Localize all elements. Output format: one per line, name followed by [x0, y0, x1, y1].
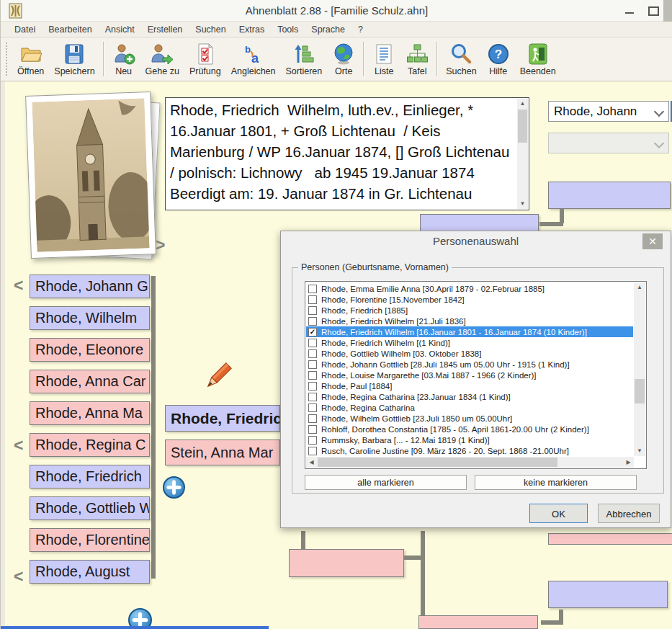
person-row[interactable]: Rohloff, Dorothea Constantia [1785 - 05.…: [306, 424, 633, 434]
checkbox-checked[interactable]: ✓: [308, 328, 317, 336]
menu-suchen[interactable]: Suchen: [189, 22, 232, 37]
checkbox[interactable]: [308, 447, 317, 455]
minimize-button[interactable]: [622, 4, 639, 17]
checkbox[interactable]: [308, 382, 317, 391]
menu-bearbeiten[interactable]: Bearbeiten: [42, 22, 98, 37]
person-box[interactable]: Rhode, Wilhelm: [30, 306, 150, 330]
menu-help[interactable]: ?: [351, 22, 369, 37]
ok-button[interactable]: OK: [529, 504, 588, 523]
tree-box[interactable]: [548, 581, 668, 608]
person-row[interactable]: Rhode, Regina Catharina: [306, 402, 633, 413]
match-button[interactable]: ba Angleichen: [226, 40, 281, 79]
active-person-box[interactable]: Rhode, Friedrich: [165, 405, 280, 432]
person-info-box[interactable]: Rhode, Friedrich Wilhelm, luth.ev., Einl…: [165, 97, 529, 210]
prev-person-arrow[interactable]: <: [14, 569, 23, 584]
prev-person-arrow[interactable]: <: [14, 278, 23, 293]
checkbox[interactable]: [308, 295, 317, 304]
scroll-thumb[interactable]: [635, 379, 645, 403]
person-row[interactable]: Rhode, Regina Catharina [23.Januar 1834 …: [306, 391, 633, 402]
menu-erstellen[interactable]: Erstellen: [141, 22, 189, 37]
select-none-button[interactable]: keine markieren: [475, 475, 637, 490]
partner-select[interactable]: Rhode, Johann: [548, 101, 669, 122]
open-button[interactable]: Öffnen: [12, 40, 49, 79]
prev-person-arrow[interactable]: <: [14, 438, 23, 452]
person-box[interactable]: Rhode, Friedrich: [30, 465, 150, 489]
help-button[interactable]: ? Hilfe: [482, 40, 515, 79]
person-box[interactable]: Rhode, Anna Car: [30, 370, 150, 393]
checkbox[interactable]: [308, 393, 317, 401]
close-icon[interactable]: ✕: [642, 233, 663, 249]
scroll-thumb[interactable]: [518, 110, 527, 143]
places-button[interactable]: Orte: [327, 40, 360, 79]
checkbox[interactable]: [308, 349, 317, 358]
menu-datei[interactable]: Datei: [8, 22, 42, 37]
save-button[interactable]: Speichern: [49, 40, 99, 79]
tree-box[interactable]: [418, 615, 538, 629]
scroll-up-icon[interactable]: ▲: [517, 99, 528, 109]
checkbox[interactable]: [308, 436, 317, 445]
scroll-left-icon[interactable]: ◀: [306, 457, 317, 468]
edit-pencil-icon[interactable]: [201, 360, 234, 393]
checkbox[interactable]: [308, 371, 317, 380]
person-box[interactable]: Rhode, Anna Ma: [30, 401, 150, 425]
person-row[interactable]: Rhode, Friedrich [1885]: [306, 305, 633, 316]
chart-button[interactable]: Tafel: [400, 40, 434, 79]
list-button[interactable]: Liste: [367, 40, 400, 79]
sort-button[interactable]: Sortieren: [281, 40, 328, 79]
person-box[interactable]: Rhode, Eleonore: [30, 338, 150, 362]
menu-sprache[interactable]: Sprache: [305, 22, 351, 37]
scroll-down-icon[interactable]: ▼: [517, 199, 528, 209]
person-row[interactable]: Rhode, Johann Gottlieb [28.Juli 1845 um …: [306, 359, 633, 370]
next-photo-arrow[interactable]: >: [156, 238, 165, 252]
list-vertical-scrollbar[interactable]: ▲ ▼: [634, 282, 645, 456]
person-row[interactable]: Rhode, Friedrich Wilhelm [(1 Kind)]: [306, 337, 633, 348]
exit-button[interactable]: Beenden: [515, 40, 561, 79]
person-row[interactable]: Rhode, Friedrich Wilhelm [21.Juli 1836]: [306, 316, 633, 326]
tree-box[interactable]: [548, 533, 672, 545]
new-person-button[interactable]: Neu: [107, 40, 140, 79]
secondary-select[interactable]: [548, 133, 669, 153]
person-box[interactable]: Rhode, Regina C: [30, 433, 150, 457]
scroll-right-icon[interactable]: ▶: [623, 457, 634, 468]
person-row[interactable]: Rhode, Louise Margarethe [03.Mai 1887 - …: [306, 370, 633, 380]
toolbar-grip[interactable]: [4, 43, 8, 76]
person-row-selected[interactable]: ✓Rhode, Friedrich Wilhelm [16.Januar 180…: [306, 326, 633, 337]
person-row[interactable]: Rusch, Caroline Justine [09. März 1826 -…: [306, 445, 633, 456]
person-photo[interactable]: [25, 92, 156, 259]
add-person-button[interactable]: [162, 476, 186, 499]
person-box[interactable]: Rhode, Florentine: [30, 528, 150, 552]
person-box[interactable]: Rhode, August: [30, 560, 150, 584]
checkbox[interactable]: [308, 414, 317, 423]
person-row[interactable]: Rhode, Paul [1884]: [306, 380, 633, 391]
checkbox[interactable]: [308, 306, 317, 315]
select-all-button[interactable]: alle markieren: [305, 475, 467, 490]
checkbox[interactable]: [308, 360, 317, 369]
person-row[interactable]: Rhode, Florentine [15.November 1842]: [306, 294, 633, 305]
checkbox[interactable]: [308, 285, 317, 293]
spouse-box[interactable]: Stein, Anna Mar: [165, 440, 280, 465]
person-row[interactable]: Rhode, Gottlieb Wilhelm [03. Oktober 183…: [306, 348, 633, 359]
menu-extras[interactable]: Extras: [233, 22, 271, 37]
search-button[interactable]: Suchen: [441, 40, 481, 79]
person-row[interactable]: Rummsky, Barbara [... - 12.Mai 1819 (1 K…: [306, 434, 633, 445]
checkbox[interactable]: [308, 339, 317, 347]
maximize-button[interactable]: [645, 4, 662, 17]
checkbox[interactable]: [308, 403, 317, 412]
menu-ansicht[interactable]: Ansicht: [99, 22, 141, 37]
menu-tools[interactable]: Tools: [271, 22, 305, 37]
goto-button[interactable]: Gehe zu: [140, 40, 184, 79]
info-scrollbar[interactable]: ▲ ▼: [517, 99, 528, 209]
checkbox[interactable]: [308, 317, 317, 326]
check-button[interactable]: Prüfung: [184, 40, 226, 79]
scroll-thumb[interactable]: [318, 458, 557, 467]
scroll-up-icon[interactable]: ▲: [634, 282, 645, 293]
person-row[interactable]: Rhode, Emma Emilie Anna [30.April 1879 -…: [306, 283, 633, 294]
scroll-down-icon[interactable]: ▼: [634, 446, 645, 456]
person-box[interactable]: Rhode, Johann G: [30, 275, 150, 298]
tree-box[interactable]: [548, 182, 671, 209]
cancel-button[interactable]: Abbrechen: [598, 504, 660, 523]
tree-box[interactable]: [289, 549, 404, 577]
checkbox[interactable]: [308, 425, 317, 434]
person-row[interactable]: Rhode, Wilhelm Gottlieb [23.Juli 1850 um…: [306, 413, 633, 424]
list-horizontal-scrollbar[interactable]: ◀ ▶: [306, 457, 634, 468]
